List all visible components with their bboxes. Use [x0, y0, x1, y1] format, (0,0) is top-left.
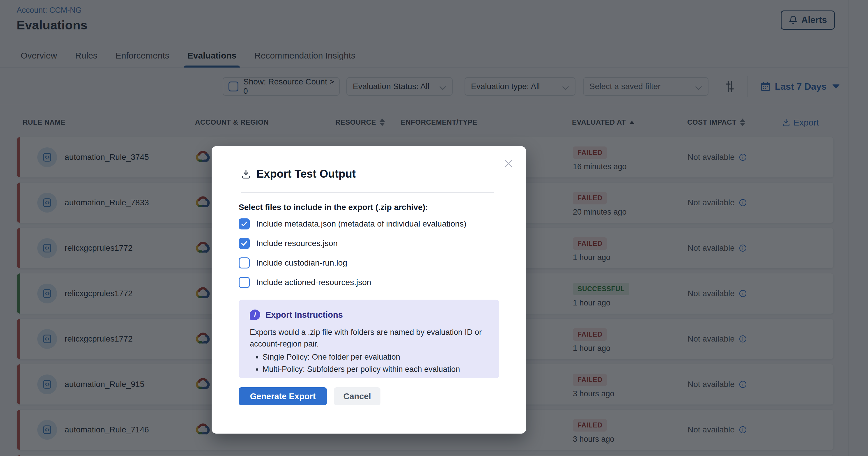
instructions-body: Exports would a .zip file with folders a… — [250, 327, 483, 350]
cancel-button[interactable]: Cancel — [334, 387, 380, 405]
export-option-label: Include metadata.json (metadata of indiv… — [256, 219, 466, 229]
export-option[interactable]: Include metadata.json (metadata of indiv… — [239, 218, 501, 230]
instructions-title: Export Instructions — [266, 310, 343, 320]
instruction-bullet: Single Policy: One folder per evaluation — [262, 351, 488, 363]
modal-title-row: Export Test Output — [241, 168, 356, 180]
export-option-label: Include resources.json — [256, 239, 338, 248]
export-option[interactable]: Include actioned-resources.json — [239, 277, 501, 288]
modal-button-row: Generate Export Cancel — [239, 387, 380, 405]
export-option-label: Include custodian-run.log — [256, 258, 347, 268]
check-icon — [241, 240, 248, 247]
export-test-output-modal: Export Test Output Select files to inclu… — [212, 146, 526, 433]
export-option-label: Include actioned-resources.json — [256, 278, 371, 287]
export-option[interactable]: Include custodian-run.log — [239, 257, 501, 269]
generate-export-button[interactable]: Generate Export — [239, 387, 327, 405]
checkbox[interactable] — [239, 238, 250, 249]
info-bubble-icon: i — [250, 309, 260, 320]
instructions-header: i Export Instructions — [250, 309, 488, 320]
export-option[interactable]: Include resources.json — [239, 238, 501, 249]
checkbox[interactable] — [239, 277, 250, 288]
modal-divider — [241, 192, 494, 193]
instruction-bullet: Multi-Policy: Subfolders per policy with… — [262, 363, 488, 375]
download-icon — [241, 169, 251, 179]
export-instructions-box: i Export Instructions Exports would a .z… — [239, 300, 499, 378]
select-files-label: Select files to include in the export (.… — [239, 203, 428, 212]
checkbox[interactable] — [239, 257, 250, 269]
check-icon — [241, 220, 248, 228]
modal-title: Export Test Output — [256, 168, 356, 180]
close-icon[interactable] — [503, 158, 514, 170]
export-options-list: Include metadata.json (metadata of indiv… — [239, 218, 501, 288]
instructions-bullets: Single Policy: One folder per evaluation… — [250, 351, 488, 375]
checkbox[interactable] — [239, 218, 250, 230]
